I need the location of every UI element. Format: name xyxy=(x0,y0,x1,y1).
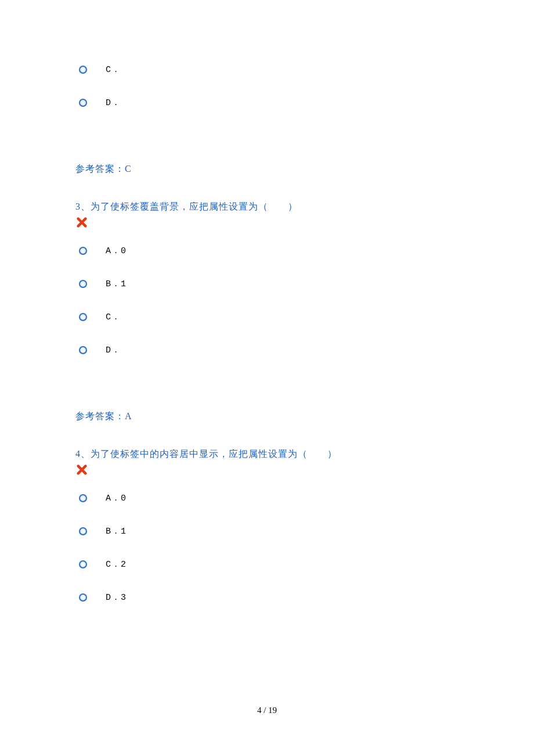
option-label: C． xyxy=(106,311,121,322)
option-label: D． xyxy=(106,344,121,355)
document-page: C． D． 参考答案：C 3、为了使标签覆盖背景，应把属性设置为（ ） A．0 … xyxy=(0,0,534,603)
option-row: C． xyxy=(77,311,459,322)
radio-icon[interactable] xyxy=(79,527,87,535)
option-label: A．0 xyxy=(106,492,127,503)
option-row: A．0 xyxy=(77,492,459,503)
option-row: C． xyxy=(77,64,459,75)
option-row: D． xyxy=(77,344,459,355)
question-number: 3、 xyxy=(75,201,91,211)
question-4-options: A．0 B．1 C．2 D．3 xyxy=(77,492,459,603)
option-row: B．1 xyxy=(77,525,459,537)
page-total: 19 xyxy=(268,705,277,715)
answer-value: A xyxy=(125,411,132,421)
option-label: C． xyxy=(106,64,121,75)
question-3-options: A．0 B．1 C． D． xyxy=(77,245,459,355)
radio-icon[interactable] xyxy=(79,560,87,568)
wrong-mark-icon xyxy=(77,217,459,228)
question-body: 为了使标签覆盖背景，应把属性设置为（ ） xyxy=(91,201,298,211)
option-row: D． xyxy=(77,97,459,108)
answer-block: 参考答案：A xyxy=(75,411,459,423)
radio-icon[interactable] xyxy=(79,247,87,255)
answer-block: 参考答案：C xyxy=(75,163,459,175)
question-text: 3、为了使标签覆盖背景，应把属性设置为（ ） xyxy=(75,200,459,214)
radio-icon[interactable] xyxy=(79,494,87,502)
prev-question-options: C． D． xyxy=(77,64,459,108)
radio-icon[interactable] xyxy=(79,66,87,74)
option-label: A．0 xyxy=(106,245,127,256)
question-3: 3、为了使标签覆盖背景，应把属性设置为（ ） A．0 B．1 C． D． xyxy=(75,200,459,355)
option-row: D．3 xyxy=(77,592,459,603)
answer-label: 参考答案： xyxy=(75,411,125,421)
radio-icon[interactable] xyxy=(79,280,87,288)
page-footer: 4 / 19 xyxy=(0,705,534,715)
question-number: 4、 xyxy=(75,449,91,459)
option-row: A．0 xyxy=(77,245,459,256)
option-label: B．1 xyxy=(106,278,127,289)
option-label: B．1 xyxy=(106,525,127,537)
radio-icon[interactable] xyxy=(79,346,87,354)
radio-icon[interactable] xyxy=(79,593,87,602)
question-4: 4、为了使标签中的内容居中显示，应把属性设置为（ ） A．0 B．1 C．2 xyxy=(75,447,459,603)
option-row: B．1 xyxy=(77,278,459,289)
answer-value: C xyxy=(125,164,132,174)
option-row: C．2 xyxy=(77,559,459,570)
option-label: D． xyxy=(106,97,121,108)
option-label: C．2 xyxy=(106,559,127,570)
page-separator: / xyxy=(261,705,268,715)
radio-icon[interactable] xyxy=(79,313,87,321)
question-text: 4、为了使标签中的内容居中显示，应把属性设置为（ ） xyxy=(75,447,459,461)
answer-label: 参考答案： xyxy=(75,164,125,174)
question-body: 为了使标签中的内容居中显示，应把属性设置为（ ） xyxy=(91,449,337,459)
option-label: D．3 xyxy=(106,592,127,603)
wrong-mark-icon xyxy=(77,465,459,475)
radio-icon[interactable] xyxy=(79,99,87,107)
